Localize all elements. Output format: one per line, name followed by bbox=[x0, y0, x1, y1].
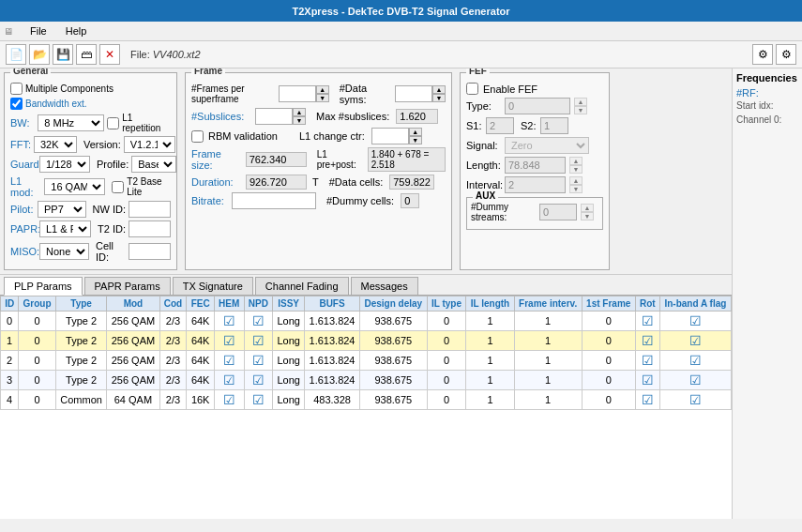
file-label: File: bbox=[130, 49, 150, 60]
fef-s1-label: S1: bbox=[466, 120, 483, 131]
start-idx-label: Start idx: bbox=[736, 100, 798, 111]
table-row[interactable]: 30Type 2256 QAM2/364K☑☑Long1.613.824938.… bbox=[1, 371, 732, 390]
col-cod: Cod bbox=[159, 296, 187, 312]
nw-id-label: NW ID: bbox=[93, 204, 126, 215]
title-bar: T2Xpress - DekTec DVB-T2 Signal Generato… bbox=[0, 0, 802, 22]
fef-length-input[interactable] bbox=[505, 157, 566, 174]
frames-per-superframe-input[interactable]: 2 bbox=[279, 85, 316, 102]
menu-bar: 🖥 File Help bbox=[0, 22, 802, 41]
tab-plp-params[interactable]: PLP Params bbox=[4, 277, 83, 296]
multiple-components-checkbox[interactable] bbox=[10, 83, 23, 95]
tab-channel-fading[interactable]: Channel Fading bbox=[255, 277, 349, 295]
data-syms-down-btn[interactable]: ▼ bbox=[432, 94, 446, 102]
l1-rep-checkbox[interactable] bbox=[107, 117, 119, 129]
l1mod-select[interactable]: 16 QAM bbox=[44, 178, 105, 195]
dummy-streams-label: #Dummy streams: bbox=[471, 202, 537, 222]
l1-rep-label: L1 repetition bbox=[122, 113, 171, 133]
subslices-label: #Subslices: bbox=[191, 111, 252, 122]
tool2-button[interactable]: ⚙ bbox=[776, 44, 796, 65]
papr-label: PAPR: bbox=[10, 223, 37, 235]
table-row[interactable]: 10Type 2256 QAM2/364K☑☑Long1.613.824938.… bbox=[1, 331, 732, 351]
col-npd: NPD bbox=[244, 296, 273, 312]
miso-select[interactable]: None bbox=[39, 243, 89, 260]
cell-id-input[interactable]: 0 bbox=[129, 243, 171, 260]
dummy-streams-down-btn[interactable]: ▼ bbox=[581, 212, 594, 220]
subslices-up-btn[interactable]: ▲ bbox=[293, 108, 306, 116]
version-label: Version: bbox=[83, 139, 121, 150]
data-syms-up-btn[interactable]: ▲ bbox=[432, 85, 446, 94]
col-bufs: BUFS bbox=[305, 296, 360, 312]
version-select[interactable]: V1.2.1 bbox=[124, 136, 175, 153]
toolbar: 📄 📂 💾 🗃 ✕ File: VV400.xt2 ⚙ ⚙ bbox=[0, 41, 802, 68]
papr-select[interactable]: L1 & P2 bbox=[39, 220, 91, 237]
frames-per-superframe-label: #Frames per superframe bbox=[191, 84, 276, 104]
fef-interval-input[interactable] bbox=[505, 176, 566, 193]
fef-length-up-btn[interactable]: ▲ bbox=[569, 157, 583, 165]
fef-type-input[interactable] bbox=[505, 98, 570, 114]
saveas-button[interactable]: 🗃 bbox=[76, 44, 97, 65]
fft-select[interactable]: 32K bbox=[34, 136, 77, 153]
multiple-components-label: Multiple Components bbox=[25, 84, 113, 94]
tool1-button[interactable]: ⚙ bbox=[752, 44, 773, 65]
fft-label: FFT: bbox=[10, 139, 31, 150]
t2-id-label: T2 ID: bbox=[98, 223, 126, 235]
data-syms-label: #Data syms: bbox=[340, 83, 388, 105]
delete-button[interactable]: ✕ bbox=[99, 44, 120, 65]
col-frame-interv: Frame interv. bbox=[514, 296, 582, 312]
menu-help[interactable]: Help bbox=[60, 23, 93, 38]
l1-ctr-down-btn[interactable]: ▼ bbox=[409, 136, 422, 144]
data-syms-input[interactable]: 27 bbox=[395, 85, 432, 102]
fef-type-up-btn[interactable]: ▲ bbox=[574, 98, 587, 106]
tab-papr-params[interactable]: PAPR Params bbox=[84, 277, 171, 295]
fef-signal-select[interactable]: Zero bbox=[505, 137, 589, 154]
l1-change-ctr-input[interactable]: 0 bbox=[371, 128, 409, 144]
miso-label: MISO: bbox=[10, 246, 37, 257]
open-button[interactable]: 📂 bbox=[29, 44, 50, 65]
channel-label: Channel 0: bbox=[736, 114, 798, 125]
new-button[interactable]: 📄 bbox=[6, 44, 26, 65]
fef-s2-input[interactable] bbox=[540, 117, 568, 134]
table-row[interactable]: 40Common64 QAM2/316K☑☑Long483.328938.675… bbox=[1, 390, 732, 410]
enable-fef-checkbox[interactable] bbox=[466, 83, 478, 95]
frames-up-btn[interactable]: ▲ bbox=[316, 85, 329, 94]
nw-id-input[interactable]: 12421 bbox=[129, 201, 171, 218]
profile-select[interactable]: Base bbox=[131, 156, 176, 173]
table-row[interactable]: 20Type 2256 QAM2/364K☑☑Long1.613.824938.… bbox=[1, 351, 732, 371]
tab-tx-signature[interactable]: TX Signature bbox=[173, 277, 253, 295]
cell-id-label: Cell ID: bbox=[96, 240, 126, 263]
t2-base-lite-checkbox[interactable] bbox=[112, 181, 124, 193]
bitrate-input[interactable]: 180.000.000 bbox=[232, 192, 316, 209]
dummy-streams-up-btn[interactable]: ▲ bbox=[581, 204, 594, 212]
bw-select[interactable]: 8 MHz bbox=[38, 114, 104, 131]
pilot-label: Pilot: bbox=[10, 204, 35, 215]
dummy-streams-input[interactable] bbox=[539, 204, 577, 220]
pilot-select[interactable]: PP7 bbox=[38, 201, 86, 218]
fef-s1-input[interactable] bbox=[486, 117, 514, 134]
col-rot: Rot bbox=[635, 296, 659, 312]
file-name: VV400.xt2 bbox=[153, 49, 201, 60]
menu-file[interactable]: File bbox=[24, 23, 53, 38]
fef-interval-up-btn[interactable]: ▲ bbox=[569, 176, 583, 185]
fef-interval-down-btn[interactable]: ▼ bbox=[569, 185, 583, 193]
tab-messages[interactable]: Messages bbox=[351, 277, 418, 295]
rf-label: #RF: bbox=[736, 87, 798, 99]
fef-length-down-btn[interactable]: ▼ bbox=[569, 165, 583, 174]
subslices-input[interactable]: 108 bbox=[255, 108, 293, 125]
bandwidth-ext-checkbox[interactable] bbox=[10, 98, 23, 110]
rbm-validation-label: RBM validation bbox=[208, 130, 278, 142]
col-hem: HEM bbox=[214, 296, 244, 312]
window-title: T2Xpress - DekTec DVB-T2 Signal Generato… bbox=[292, 6, 509, 17]
fef-type-down-btn[interactable]: ▼ bbox=[574, 106, 587, 114]
table-row[interactable]: 00Type 2256 QAM2/364K☑☑Long1.613.824938.… bbox=[1, 312, 732, 331]
l1-ctr-up-btn[interactable]: ▲ bbox=[409, 128, 422, 136]
save-button[interactable]: 💾 bbox=[53, 44, 73, 65]
t2-id-input[interactable]: 32769 bbox=[129, 220, 171, 237]
fef-s2-label: S2: bbox=[521, 120, 537, 131]
subslices-down-btn[interactable]: ▼ bbox=[293, 116, 306, 125]
plp-table: ID Group Type Mod Cod FEC HEM NPD ISSY B… bbox=[0, 296, 732, 410]
max-subslices-value: 1.620 bbox=[396, 109, 438, 124]
rbm-validation-checkbox[interactable] bbox=[191, 130, 204, 143]
frames-down-btn[interactable]: ▼ bbox=[316, 94, 329, 102]
frame-size-label: Frame size: bbox=[191, 148, 243, 171]
guard-select[interactable]: 1/128 bbox=[39, 156, 90, 173]
